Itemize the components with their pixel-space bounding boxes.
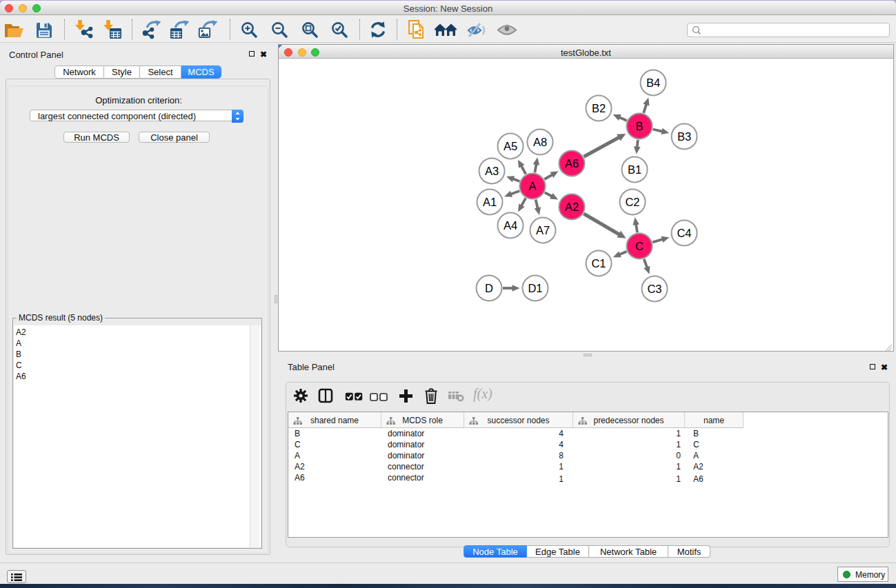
svg-text:A8: A8	[533, 136, 547, 148]
svg-text:A: A	[528, 180, 536, 192]
svg-text:A3: A3	[485, 165, 499, 177]
svg-text:A6: A6	[565, 157, 579, 170]
svg-text:A2: A2	[565, 201, 579, 213]
svg-text:C4: C4	[677, 227, 691, 239]
svg-text:B1: B1	[628, 163, 641, 176]
svg-text:B2: B2	[592, 102, 606, 114]
svg-text:B: B	[635, 120, 643, 132]
svg-text:A1: A1	[483, 196, 497, 208]
svg-text:C3: C3	[647, 283, 661, 295]
svg-text:C: C	[635, 240, 644, 252]
svg-text:A7: A7	[536, 224, 550, 236]
svg-text:B4: B4	[646, 77, 660, 89]
svg-text:D1: D1	[528, 282, 542, 294]
svg-text:D: D	[485, 282, 493, 294]
svg-text:B3: B3	[677, 130, 691, 143]
svg-text:C1: C1	[591, 257, 606, 270]
svg-text:A5: A5	[504, 140, 517, 152]
svg-text:A4: A4	[504, 219, 517, 232]
svg-text:C2: C2	[625, 196, 639, 208]
